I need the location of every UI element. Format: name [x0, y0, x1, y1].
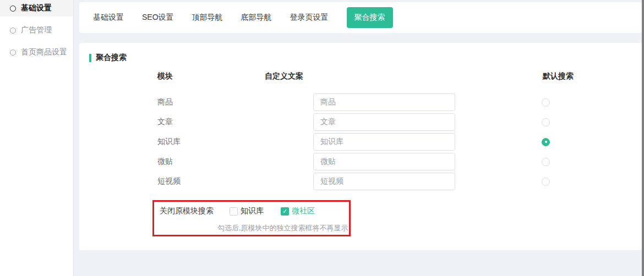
settings-tab-bar: 基础设置 SEO设置 顶部导航 底部导航 登录页设置 聚合搜索	[79, 2, 642, 33]
tab-basic-settings[interactable]: 基础设置	[93, 13, 124, 23]
tab-login-page-settings[interactable]: 登录页设置	[290, 13, 329, 23]
vertical-scrollbar[interactable]	[642, 0, 644, 276]
close-module-checkbox-group: 知识库 ✓ 微社区	[214, 206, 315, 216]
close-original-module-hint: 勾选后,原模块中的独立搜索框将不再显示	[217, 223, 348, 233]
module-label: 知识库	[157, 137, 313, 147]
aggregate-search-panel: 聚合搜索 模块 自定义文案 默认搜索 商品 文章 知识库	[79, 43, 642, 250]
custom-text-input-micropost[interactable]	[313, 153, 455, 170]
default-search-radio-knowledge[interactable]	[542, 138, 550, 146]
module-table: 商品 文章 知识库 微贴 短视频	[79, 92, 642, 191]
sidebar-item-ad-management[interactable]: 广告管理	[0, 22, 73, 38]
sidebar-item-label: 首页商品设置	[21, 47, 67, 57]
table-row-shortvideo: 短视频	[79, 172, 642, 191]
sidebar-item-label: 基础设置	[21, 3, 52, 13]
circle-icon	[10, 49, 16, 56]
tab-top-nav[interactable]: 顶部导航	[192, 13, 223, 23]
tab-aggregate-search[interactable]: 聚合搜索	[347, 7, 393, 28]
module-label: 短视频	[157, 176, 313, 186]
checkbox-icon-checked[interactable]: ✓	[281, 207, 289, 216]
custom-text-input-shortvideo[interactable]	[313, 173, 455, 190]
checkbox-icon-unchecked[interactable]	[230, 207, 238, 216]
table-row-goods: 商品	[79, 92, 642, 112]
default-search-radio-micropost[interactable]	[542, 158, 550, 166]
column-header-custom-text: 自定义文案	[265, 71, 303, 81]
circle-icon	[10, 27, 16, 34]
table-row-knowledge: 知识库	[79, 132, 642, 152]
module-label: 微贴	[157, 157, 313, 167]
table-header-row: 模块 自定义文案 默认搜索	[79, 71, 642, 82]
column-header-module: 模块	[157, 71, 173, 81]
default-search-radio-goods[interactable]	[542, 98, 550, 107]
table-row-micropost: 微贴	[79, 152, 642, 172]
default-search-radio-shortvideo[interactable]	[542, 178, 550, 186]
red-annotation-box: 关闭原模块搜索 知识库 ✓ 微社区 勾选后,原模块中的独立搜索框将不再显示	[152, 200, 351, 236]
sidebar-item-basic-settings[interactable]: 基础设置	[0, 0, 73, 16]
section-title: 聚合搜索	[89, 53, 127, 63]
checkbox-label: 知识库	[241, 206, 264, 216]
sidebar-item-label: 广告管理	[21, 25, 52, 35]
module-label: 商品	[157, 97, 313, 107]
table-row-article: 文章	[79, 112, 642, 132]
tab-bottom-nav[interactable]: 底部导航	[241, 13, 272, 23]
checkbox-label: 微社区	[292, 206, 315, 216]
title-accent-bar	[89, 54, 91, 62]
custom-text-input-article[interactable]	[313, 113, 455, 131]
checkbox-item-microcommunity[interactable]: ✓ 微社区	[281, 206, 315, 216]
close-original-module-row: 关闭原模块搜索 知识库 ✓ 微社区	[160, 206, 349, 216]
custom-text-input-goods[interactable]	[313, 93, 455, 111]
checkbox-item-knowledge[interactable]: 知识库	[230, 206, 264, 216]
column-header-default-search: 默认搜索	[543, 71, 574, 81]
custom-text-input-knowledge[interactable]	[313, 133, 455, 151]
tab-seo-settings[interactable]: SEO设置	[142, 13, 174, 23]
default-search-radio-article[interactable]	[542, 118, 550, 126]
circle-icon	[10, 5, 16, 12]
section-title-text: 聚合搜索	[96, 53, 127, 63]
sidebar: 基础设置 广告管理 首页商品设置	[0, 0, 74, 276]
module-label: 文章	[157, 117, 313, 127]
sidebar-item-home-product-settings[interactable]: 首页商品设置	[0, 44, 73, 60]
close-original-module-label: 关闭原模块搜索	[160, 206, 214, 216]
